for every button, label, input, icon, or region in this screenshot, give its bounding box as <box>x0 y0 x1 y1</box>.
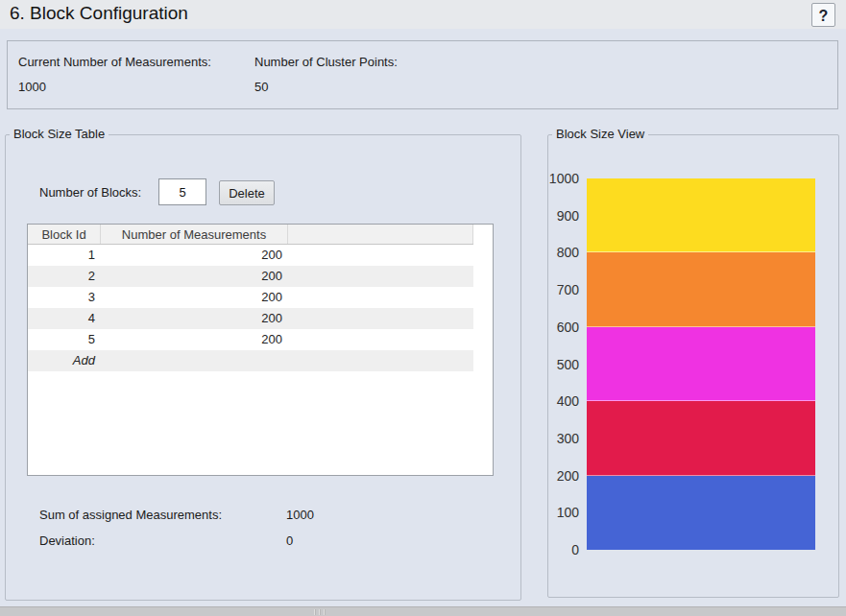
column-header-measurements[interactable]: Number of Measurements <box>101 225 288 244</box>
block-size-view-group-title: Block Size View <box>552 127 648 141</box>
cell-block-id[interactable]: 2 <box>28 266 101 287</box>
measurements-value: 1000 <box>18 80 46 94</box>
table-row[interactable]: 1200 <box>28 245 473 266</box>
bar-segment-block-3 <box>587 327 815 401</box>
table-row[interactable]: 3200 <box>28 287 473 308</box>
bar-segment-block-5 <box>587 178 815 252</box>
table-row[interactable]: 4200 <box>28 308 473 329</box>
y-tick-label: 700 <box>546 283 579 296</box>
column-header-block-id[interactable]: Block Id <box>28 225 101 244</box>
y-tick-label: 300 <box>546 432 579 445</box>
block-size-table[interactable]: Block Id Number of Measurements 12002200… <box>27 224 494 476</box>
sum-label: Sum of assigned Measurements: <box>39 508 222 522</box>
block-size-table-group-title: Block Size Table <box>10 127 109 141</box>
y-tick-label: 400 <box>546 394 579 408</box>
y-tick-label: 200 <box>546 469 579 483</box>
block-size-table-group: Block Size Table Number of Blocks: Delet… <box>5 134 521 601</box>
bar-segment-block-2 <box>587 401 815 475</box>
table-header: Block Id Number of Measurements <box>28 225 473 245</box>
sum-value: 1000 <box>286 508 314 522</box>
block-table-body: 12002200320042005200Add <box>28 245 493 371</box>
deviation-label: Deviation: <box>39 533 95 548</box>
column-header-filler <box>288 225 473 244</box>
cell-block-id[interactable]: 5 <box>28 329 101 350</box>
title-bar: 6. Block Configuration ? <box>0 0 846 29</box>
block-size-view-group: Block Size View 010020030040050060070080… <box>547 134 839 598</box>
cell-measurements[interactable]: 200 <box>101 266 288 287</box>
info-panel: Current Number of Measurements: 1000 Num… <box>7 40 838 109</box>
splitter-handle[interactable] <box>314 609 333 615</box>
horizontal-splitter <box>0 606 846 616</box>
table-row[interactable]: 2200 <box>28 266 473 287</box>
add-row[interactable]: Add <box>28 350 473 371</box>
y-tick-label: 600 <box>546 320 579 334</box>
y-tick-label: 900 <box>546 209 579 223</box>
cell-measurements[interactable]: 200 <box>101 287 288 308</box>
delete-button[interactable]: Delete <box>219 180 275 205</box>
bar-segment-block-4 <box>587 252 815 326</box>
page-title: 6. Block Configuration <box>10 3 188 24</box>
cell-block-id[interactable]: 3 <box>28 287 101 308</box>
cell-block-id[interactable]: 1 <box>28 245 101 266</box>
cell-measurements[interactable]: 200 <box>101 245 288 266</box>
number-of-blocks-label: Number of Blocks: <box>39 185 141 200</box>
add-row-label[interactable]: Add <box>28 350 101 371</box>
chart-bar <box>587 178 815 550</box>
cell-measurements[interactable]: 200 <box>101 308 288 329</box>
cell-measurements[interactable]: 200 <box>101 329 288 350</box>
y-tick-label: 0 <box>546 543 579 557</box>
bar-segment-block-1 <box>587 476 815 550</box>
block-configuration-dialog: 6. Block Configuration ? Current Number … <box>0 0 846 616</box>
cluster-points-value: 50 <box>254 80 268 94</box>
cluster-points-label: Number of Cluster Points: <box>254 55 398 69</box>
y-tick-label: 800 <box>546 246 579 259</box>
deviation-value: 0 <box>286 533 293 548</box>
y-tick-label: 500 <box>546 358 579 371</box>
table-row[interactable]: 5200 <box>28 329 473 350</box>
number-of-blocks-input[interactable] <box>158 178 206 205</box>
help-button[interactable]: ? <box>811 3 835 27</box>
chart-y-axis: 01002003004005006007008009001000 <box>548 178 581 550</box>
y-tick-label: 100 <box>546 506 579 519</box>
cell-block-id[interactable]: 4 <box>28 308 101 329</box>
y-tick-label: 1000 <box>546 172 579 185</box>
measurements-label: Current Number of Measurements: <box>18 55 211 69</box>
